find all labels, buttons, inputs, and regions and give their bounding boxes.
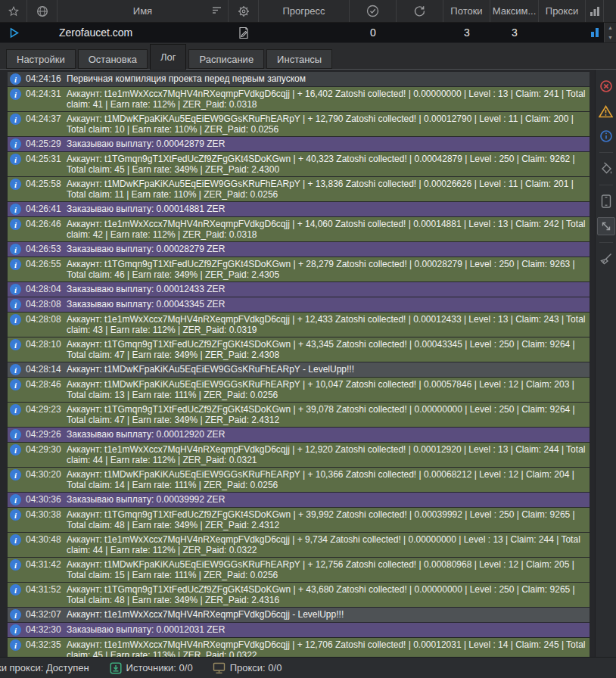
- header-scroll-gutter: [604, 0, 616, 22]
- log-timestamp: 04:26:46: [26, 219, 67, 240]
- log-row[interactable]: i 04:26:46 Аккаунт: t1e1mWxXccx7MqHV4nRX…: [8, 217, 590, 241]
- progress-cell: [259, 23, 350, 42]
- log-info-icon: i: [10, 73, 21, 85]
- log-row[interactable]: i 04:28:08 Заказываю выплату: 0.00043345…: [8, 297, 590, 312]
- log-row[interactable]: i 04:32:35 Аккаунт: t1e1mWxXccx7MqHV4nRX…: [8, 638, 590, 657]
- log-row[interactable]: i 04:26:55 Аккаунт: t1TGmqn9gT1XtFedUcZf…: [8, 257, 590, 281]
- clear-log-button[interactable]: [597, 250, 615, 268]
- log-info-icon: i: [10, 244, 21, 255]
- column-progress-label: Прогресс: [282, 5, 325, 17]
- play-icon[interactable]: [8, 27, 20, 39]
- sources-import-icon: [110, 662, 122, 674]
- scroll-down-button[interactable]: ▼: [605, 33, 616, 42]
- highlight-button[interactable]: [597, 160, 615, 178]
- grid-scrollbar[interactable]: ▲ ▼: [604, 23, 616, 42]
- log-message: Аккаунт: t1TGmqn9gT1XtFedUcZf9ZFgGKt4SDo…: [67, 259, 590, 280]
- tab-schedule[interactable]: Расписание: [188, 49, 264, 69]
- column-progress[interactable]: Прогресс: [259, 0, 350, 22]
- log-message: Заказываю выплату: 0.00042879 ZER: [67, 138, 590, 150]
- log-message: Заказываю выплату: 0.00014881 ZER: [67, 204, 590, 215]
- warning-triangle-icon: [599, 105, 613, 118]
- log-row[interactable]: i 04:28:04 Заказываю выплату: 0.00012433…: [8, 282, 590, 297]
- log-message: Заказываю выплату: 0.00043345 ZER: [67, 299, 590, 310]
- log-row[interactable]: i 04:30:20 Аккаунт: t1MDwKFpaKiKAu5EqEiE…: [8, 468, 590, 492]
- log-row[interactable]: i 04:26:41 Заказываю выплату: 0.00014881…: [8, 202, 590, 216]
- log-row[interactable]: i 04:25:58 Аккаунт: t1MDwKFpaKiKAu5EqEiE…: [8, 177, 590, 201]
- column-site[interactable]: [27, 0, 58, 22]
- log-row[interactable]: i 04:28:08 Аккаунт: t1e1mWxXccx7MqHV4nRX…: [8, 313, 590, 337]
- tab-settings[interactable]: Настройки: [6, 49, 76, 69]
- log-row[interactable]: i 04:25:31 Аккаунт: t1TGmqn9gT1XtFedUcZf…: [8, 152, 590, 176]
- log-row[interactable]: i 04:32:30 Заказываю выплату: 0.00012031…: [8, 623, 590, 637]
- log-timestamp: 04:30:36: [26, 494, 67, 505]
- tab-instances[interactable]: Инстансы: [266, 49, 332, 69]
- log-message: Аккаунт: t1TGmqn9gT1XtFedUcZf9ZFgGKt4SDo…: [67, 154, 590, 175]
- log-timestamp: 04:32:07: [26, 609, 67, 620]
- log-row[interactable]: i 04:30:36 Заказываю выплату: 0.00039992…: [8, 493, 590, 507]
- column-retry[interactable]: [397, 0, 443, 22]
- log-timestamp: 04:28:08: [26, 314, 67, 335]
- column-max[interactable]: Максим...: [490, 0, 539, 22]
- log-info-icon: i: [10, 404, 21, 415]
- sort-icon[interactable]: [212, 6, 222, 14]
- column-proxy[interactable]: Прокси: [539, 0, 586, 22]
- log-info-icon: i: [10, 559, 21, 571]
- log-row[interactable]: i 04:31:42 Аккаунт: t1MDwKFpaKiKAu5EqEiE…: [8, 558, 590, 582]
- column-threads[interactable]: Потоки: [443, 0, 490, 22]
- log-timestamp: 04:29:30: [26, 444, 67, 465]
- log-row[interactable]: i 04:24:31 Аккаунт: t1e1mWxXccx7MqHV4nRX…: [8, 87, 590, 111]
- column-settings[interactable]: [229, 0, 259, 22]
- log-info-icon: i: [10, 534, 21, 546]
- tab-log[interactable]: Лог: [150, 44, 187, 70]
- column-stats[interactable]: [586, 0, 604, 22]
- check-circle-icon: [366, 5, 379, 17]
- log-side-toolbar: [595, 70, 616, 657]
- expand-arrows-icon: [600, 220, 612, 232]
- tab-stop[interactable]: Остановка: [78, 49, 148, 69]
- column-max-label: Максим...: [493, 5, 537, 17]
- column-favorite[interactable]: [0, 0, 27, 22]
- stats-cell[interactable]: [586, 23, 604, 42]
- log-row[interactable]: i 04:25:29 Заказываю выплату: 0.00042879…: [8, 137, 590, 151]
- log-row[interactable]: i 04:31:52 Аккаунт: t1TGmqn9gT1XtFedUcZf…: [8, 583, 590, 607]
- log-row[interactable]: i 04:30:38 Аккаунт: t1TGmqn9gT1XtFedUcZf…: [8, 508, 590, 532]
- log-info-icon: i: [10, 444, 21, 456]
- edit-cell[interactable]: [229, 23, 259, 42]
- info-filter-button[interactable]: [597, 127, 615, 145]
- log-row[interactable]: i 04:30:48 Аккаунт: t1e1mWxXccx7MqHV4nRX…: [8, 533, 590, 557]
- scroll-up-button[interactable]: ▲: [605, 23, 616, 33]
- log-message: Аккаунт: t1TGmqn9gT1XtFedUcZf9ZFgGKt4SDo…: [67, 404, 590, 425]
- log-message: Аккаунт: t1e1mWxXccx7MqHV4nRXeqmpFVdkgD6…: [67, 219, 590, 240]
- device-view-button[interactable]: [597, 192, 615, 210]
- log-row[interactable]: i 04:29:26 Заказываю выплату: 0.00012920…: [8, 428, 590, 442]
- globe-icon: [36, 5, 48, 17]
- log-message: Заказываю выплату: 0.00012920 ZER: [67, 429, 590, 440]
- site-cell: [27, 23, 58, 42]
- project-name[interactable]: Zerofaucet.com: [58, 23, 229, 42]
- warnings-filter-button[interactable]: [597, 102, 615, 120]
- log-timestamp: 04:32:35: [26, 639, 67, 657]
- expand-log-button[interactable]: [597, 217, 615, 235]
- bar-chart-icon: [590, 6, 600, 16]
- column-success[interactable]: [350, 0, 397, 22]
- log-row[interactable]: i 04:28:46 Аккаунт: t1MDwKFpaKiKAu5EqEiE…: [8, 378, 590, 402]
- project-row[interactable]: Zerofaucet.com 0 3 3 ▲ ▼: [0, 23, 616, 43]
- run-cell[interactable]: [0, 23, 27, 42]
- log-row[interactable]: i 04:24:37 Аккаунт: t1MDwKFpaKiKAu5EqEiE…: [8, 112, 590, 136]
- log-info-icon: i: [10, 204, 21, 215]
- log-row[interactable]: i 04:29:30 Аккаунт: t1e1mWxXccx7MqHV4nRX…: [8, 443, 590, 467]
- log-row[interactable]: i 04:28:14 Аккаунт: t1MDwKFpaKiKAu5EqEiE…: [8, 362, 590, 377]
- log-row[interactable]: i 04:29:23 Аккаунт: t1TGmqn9gT1XtFedUcZf…: [8, 403, 590, 427]
- log-row[interactable]: i 04:28:10 Аккаунт: t1TGmqn9gT1XtFedUcZf…: [8, 337, 590, 362]
- sources-status: Источники: 0/0: [110, 662, 193, 674]
- log-list: i 04:24:16 Первичная компиляция проекта …: [0, 70, 595, 657]
- column-name[interactable]: Имя: [58, 0, 229, 22]
- phone-icon: [601, 194, 611, 208]
- errors-filter-button[interactable]: [597, 77, 615, 95]
- edit-note-icon[interactable]: [238, 26, 250, 39]
- log-row[interactable]: i 04:24:16 Первичная компиляция проекта …: [8, 72, 590, 86]
- toolbar-divider: [599, 152, 613, 153]
- log-row[interactable]: i 04:26:53 Заказываю выплату: 0.00028279…: [8, 242, 590, 257]
- log-info-icon: i: [10, 219, 21, 230]
- log-row[interactable]: i 04:32:07 Аккаунт: t1e1mWxXccx7MqHV4nRX…: [8, 608, 590, 622]
